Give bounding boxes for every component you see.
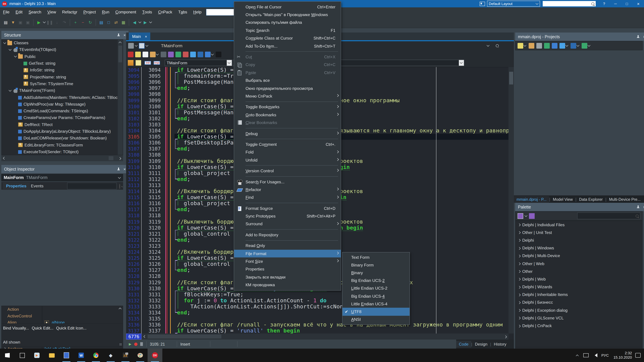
scroll-left-icon[interactable] bbox=[143, 335, 146, 338]
toggle-form-unit-button[interactable]: ⇄ bbox=[113, 19, 120, 26]
tree-item[interactable]: Public bbox=[2, 53, 123, 60]
new-item-icon[interactable] bbox=[518, 43, 523, 48]
tree-item[interactable]: EditLibraryForm: TClassesForm bbox=[2, 142, 123, 148]
collapse-icon[interactable] bbox=[9, 49, 12, 51]
desktop-layout-combo[interactable]: Default Layout bbox=[487, 1, 540, 7]
menu-item-search-for-usages-[interactable]: Search For Usages... bbox=[234, 178, 341, 186]
view-tab-code[interactable]: Code bbox=[456, 341, 471, 348]
hidden-icons-chevron[interactable] bbox=[576, 354, 578, 357]
panel-tab-3[interactable]: Multi-Device Pre... bbox=[606, 196, 643, 203]
tree-item[interactable]: DefRect: TRect bbox=[2, 121, 123, 128]
menu-item-properties[interactable]: Properties bbox=[234, 265, 341, 273]
todo-note-icon[interactable] bbox=[136, 60, 141, 66]
navigate-forward-button[interactable]: ▶ bbox=[142, 19, 148, 26]
open-file-icon[interactable] bbox=[150, 52, 156, 57]
submenu-item-ansi[interactable]: ANSI bbox=[342, 316, 410, 323]
code-line[interactable]: end; bbox=[177, 267, 190, 273]
expand-icon[interactable] bbox=[518, 317, 520, 319]
submenu-item-binary[interactable]: Binary bbox=[342, 269, 410, 277]
palette-category[interactable]: Delphi | Windows bbox=[516, 244, 642, 252]
code-line[interactable]: end; bbox=[177, 310, 190, 316]
menu-item-complete-class-at-cursor[interactable]: Complete Class at CursorShift+Ctrl+C bbox=[234, 34, 341, 42]
code-line[interactable]: end; bbox=[177, 85, 190, 91]
collapse-icon[interactable] bbox=[4, 42, 6, 44]
expand-icon[interactable] bbox=[518, 255, 520, 257]
structure-vscrollbar[interactable] bbox=[118, 39, 123, 155]
code-line[interactable]: if LowerCase(S) = bbox=[177, 134, 234, 140]
code-line[interactable]: fSetDesktopIsPa bbox=[177, 140, 234, 146]
property-row-activecontrol[interactable]: ActiveControl bbox=[2, 313, 123, 319]
footer-link[interactable]: Quick Edit... bbox=[32, 326, 53, 331]
expand-icon[interactable] bbox=[518, 239, 520, 242]
scroll-up-icon[interactable] bbox=[119, 41, 122, 43]
view-tab-history[interactable]: History bbox=[491, 341, 509, 348]
editor-vscrollbar[interactable] bbox=[508, 67, 514, 334]
tree-item[interactable]: Classes bbox=[2, 39, 123, 46]
navigate-back-button[interactable]: ◀ bbox=[131, 19, 138, 26]
scroll-left-icon[interactable] bbox=[3, 157, 5, 159]
swatch-icon[interactable] bbox=[216, 52, 221, 57]
backup-tool[interactable] bbox=[59, 349, 74, 362]
fwd-dropdown[interactable] bbox=[149, 19, 152, 26]
tree-item[interactable]: CmdStrLoad(Commands: TStrings) bbox=[2, 108, 123, 114]
tree-item[interactable]: ClpWndProc(var Msg: TMessage) bbox=[2, 101, 123, 108]
add-file-to-project-button[interactable]: + bbox=[72, 19, 79, 26]
expand-icon[interactable] bbox=[518, 309, 520, 311]
code-line[interactable]: end; bbox=[177, 176, 190, 182]
expand-icon[interactable] bbox=[518, 270, 520, 273]
search-icon[interactable] bbox=[496, 44, 499, 47]
expand-icon[interactable] bbox=[518, 263, 520, 265]
code-line[interactable]: global_control bbox=[177, 261, 230, 267]
selection-cursor-icon[interactable] bbox=[529, 213, 535, 219]
media-player[interactable]: ▶ bbox=[30, 349, 44, 362]
ide-search-input[interactable] bbox=[543, 1, 590, 6]
palette-category[interactable]: Delphi | GLScene VCL bbox=[516, 314, 642, 322]
menu-tabs[interactable]: Tabs bbox=[175, 7, 190, 17]
hwinfo64[interactable]: 2.664 bbox=[118, 349, 133, 362]
compile-dropdown[interactable] bbox=[565, 42, 568, 49]
menu-file[interactable]: File bbox=[0, 7, 12, 17]
run-project-dropdown[interactable] bbox=[587, 42, 591, 49]
submenu-item-big-endian-ucs-4[interactable]: Big Endian UCS-4 bbox=[342, 292, 410, 300]
code-line[interactable]: end; bbox=[177, 146, 190, 152]
scroll-right-icon[interactable] bbox=[504, 335, 507, 338]
tree-item[interactable]: ProjectName: string bbox=[2, 73, 123, 80]
options-icon[interactable] bbox=[190, 52, 196, 57]
menu-run[interactable]: Run bbox=[99, 7, 112, 17]
add-file-icon[interactable] bbox=[176, 52, 181, 57]
clock[interactable]: 2:32 15.10.2020 bbox=[614, 351, 632, 360]
expand-icon[interactable] bbox=[518, 278, 520, 280]
volume-icon[interactable] bbox=[593, 353, 598, 357]
expand-icon[interactable] bbox=[518, 286, 520, 288]
tree-item[interactable]: SysTime: TSystemTime bbox=[2, 80, 123, 87]
property-value[interactable] bbox=[42, 306, 123, 313]
pin-icon[interactable] bbox=[117, 33, 120, 36]
code-line[interactable]: global_control bbox=[177, 231, 230, 237]
start-button[interactable] bbox=[0, 349, 15, 362]
tree-item[interactable]: DoLastCOMRelease(var Shutdown: Boolean) bbox=[2, 135, 123, 142]
palette-category[interactable]: Delphi | Inheritable Items bbox=[516, 291, 642, 299]
code-line[interactable]: fBlockHKeys:=True; bbox=[177, 292, 244, 298]
task-view-button[interactable] bbox=[15, 349, 30, 362]
scroll-thumb[interactable] bbox=[109, 156, 113, 160]
scroll-up-icon[interactable] bbox=[119, 307, 122, 310]
submenu-item-binary-form[interactable]: Binary Form bbox=[342, 261, 410, 269]
paint-tool[interactable] bbox=[133, 349, 148, 362]
submenu-item-utf8[interactable]: ✔UTF8 bbox=[342, 308, 410, 316]
menu-item-скопировать-путь-имя-файла[interactable]: Скопировать путь/имя файла bbox=[234, 19, 341, 27]
menu-item-окно-предварительного-просмотра[interactable]: Окно предварительного просмотра bbox=[234, 84, 341, 92]
tree-item[interactable]: AddSubItems(MainItem: TMenuItem; AClass:… bbox=[2, 94, 123, 101]
chevron-down-icon[interactable] bbox=[211, 51, 214, 58]
close-icon[interactable]: × bbox=[643, 205, 644, 209]
close-tab-icon[interactable]: × bbox=[145, 34, 147, 38]
menu-item-sync-prototypes[interactable]: Sync PrototypesShift+Ctrl+Alt+P bbox=[234, 212, 341, 220]
editor-hscrollbar[interactable] bbox=[142, 334, 508, 340]
menu-edit[interactable]: Edit bbox=[12, 7, 26, 17]
class-selector-combo[interactable]: TMainForm bbox=[165, 60, 232, 66]
virtualbox[interactable]: ◆ bbox=[103, 349, 118, 362]
code-line[interactable]: global_project bbox=[177, 170, 230, 176]
run-file-icon[interactable] bbox=[205, 52, 211, 57]
menu-item-goto-bookmarks[interactable]: Goto Bookmarks bbox=[234, 111, 341, 119]
form-view-icon[interactable] bbox=[139, 43, 144, 49]
class-explorer-icon[interactable] bbox=[128, 43, 134, 49]
